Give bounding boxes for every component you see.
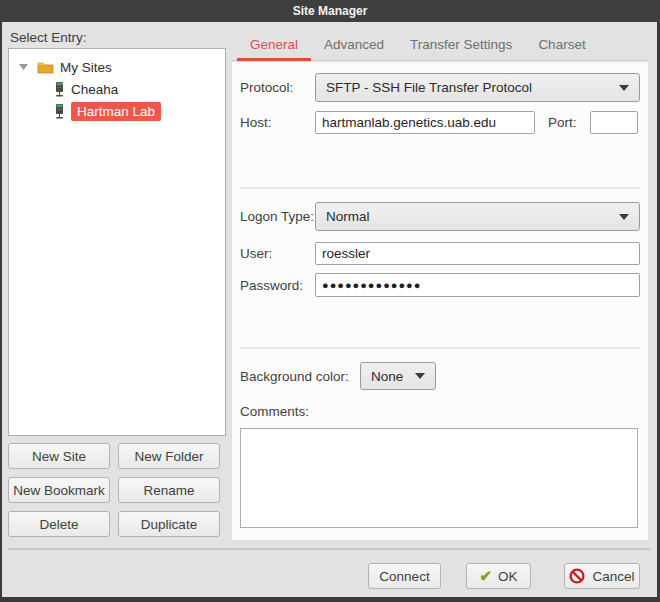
rename-button[interactable]: Rename <box>118 477 220 503</box>
select-entry-label: Select Entry: <box>10 30 87 45</box>
tree-item-label: My Sites <box>60 60 112 75</box>
site-manager-dialog: Site Manager Select Entry: My Sites <box>0 0 660 602</box>
new-folder-button[interactable]: New Folder <box>118 443 220 469</box>
connect-button-label: Connect <box>379 569 429 584</box>
cancel-button[interactable]: Cancel <box>564 563 640 589</box>
protocol-selected-value: SFTP - SSH File Transfer Protocol <box>326 80 611 95</box>
tree-item-hartman-lab[interactable]: Hartman Lab <box>9 100 225 122</box>
connect-button[interactable]: Connect <box>368 563 441 589</box>
port-label: Port: <box>548 111 577 134</box>
expander-down-icon[interactable] <box>19 64 28 70</box>
comments-textarea[interactable] <box>240 428 638 528</box>
separator <box>240 187 640 189</box>
chevron-down-icon <box>619 85 629 91</box>
check-icon: ✔ <box>479 567 492 585</box>
folder-icon <box>37 61 54 74</box>
protocol-label: Protocol: <box>240 73 293 102</box>
dialog-content: Select Entry: My Sites Cheaha <box>2 22 657 597</box>
logon-type-selected-value: Normal <box>326 209 611 224</box>
ok-button[interactable]: ✔ OK <box>466 563 531 589</box>
separator <box>240 347 640 349</box>
duplicate-button[interactable]: Duplicate <box>118 511 220 537</box>
protocol-select[interactable]: SFTP - SSH File Transfer Protocol <box>315 73 640 102</box>
server-icon <box>54 81 65 98</box>
comments-label: Comments: <box>240 402 309 420</box>
site-action-buttons: New Site New Folder New Bookmark Rename … <box>8 443 220 537</box>
tab-transfer-settings[interactable]: Transfer Settings <box>397 31 525 61</box>
background-color-select[interactable]: None <box>360 362 436 390</box>
titlebar[interactable]: Site Manager <box>0 0 660 22</box>
user-input[interactable] <box>315 242 640 265</box>
notebook-tabbar: General Advanced Transfer Settings Chars… <box>232 30 648 61</box>
logon-type-select[interactable]: Normal <box>315 202 640 231</box>
tree-item-cheaha[interactable]: Cheaha <box>9 78 225 100</box>
ok-button-label: OK <box>498 569 518 584</box>
host-label: Host: <box>240 111 272 134</box>
background-color-selected-value: None <box>371 369 407 384</box>
logon-type-label: Logon Type: <box>240 202 314 231</box>
server-icon <box>54 103 65 120</box>
cancel-button-label: Cancel <box>592 569 634 584</box>
background-color-label: Background color: <box>240 362 349 390</box>
window-title: Site Manager <box>293 4 368 18</box>
prohibition-icon <box>569 568 585 584</box>
tree-item-label-selected: Hartman Lab <box>71 102 161 121</box>
host-input[interactable] <box>315 111 535 134</box>
tree-item-my-sites[interactable]: My Sites <box>9 56 225 78</box>
delete-button[interactable]: Delete <box>8 511 110 537</box>
chevron-down-icon <box>415 373 425 379</box>
new-bookmark-button[interactable]: New Bookmark <box>8 477 110 503</box>
password-label: Password: <box>240 273 303 297</box>
chevron-down-icon <box>619 214 629 220</box>
site-tree[interactable]: My Sites Cheaha <box>8 48 226 436</box>
separator <box>8 548 651 550</box>
tab-advanced[interactable]: Advanced <box>311 31 397 61</box>
general-panel: Protocol: SFTP - SSH File Transfer Proto… <box>232 62 648 540</box>
new-site-button[interactable]: New Site <box>8 443 110 469</box>
user-label: User: <box>240 242 272 265</box>
port-input[interactable] <box>590 111 638 134</box>
tree-item-label: Cheaha <box>71 82 118 97</box>
password-input[interactable] <box>315 273 640 297</box>
tab-general[interactable]: General <box>237 31 311 61</box>
tab-charset[interactable]: Charset <box>525 31 598 61</box>
